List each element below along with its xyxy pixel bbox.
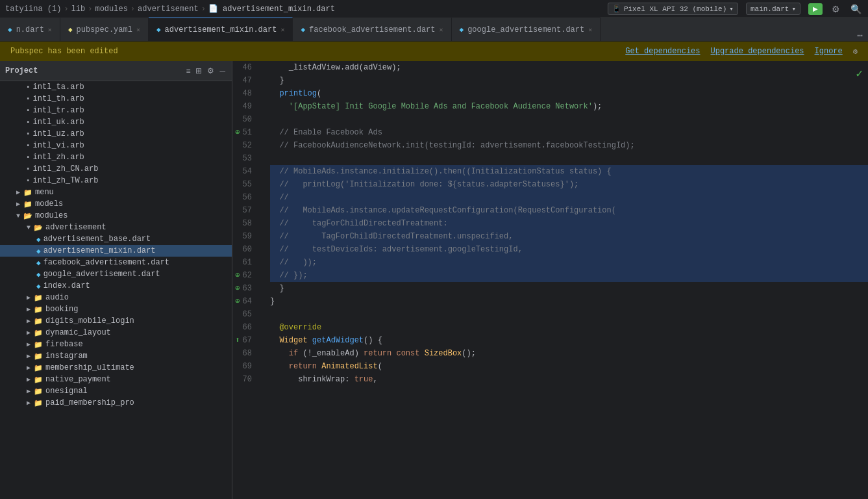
bookmark-icon-64: ⊕ — [235, 295, 240, 308]
expand-all-icon[interactable]: ⊞ — [194, 65, 203, 77]
close-icon[interactable]: ✕ — [48, 26, 52, 34]
code-editor[interactable]: 46 47 48 49 50 ⊕ 51 52 53 54 55 56 57 58… — [232, 61, 868, 499]
folder-name: advertisement — [45, 223, 106, 232]
sidebar-item-intl-zh-tw[interactable]: ▪ intl_zh_TW.arb — [0, 175, 232, 186]
folder-icon: 📁 — [34, 387, 43, 396]
device-selector[interactable]: 📱 Pixel XL API 32 (mobile) ▾ — [608, 3, 738, 15]
chevron-right-icon: ▶ — [23, 352, 34, 360]
tab-google-advertisement[interactable]: ◆ google_advertisement.dart ✕ — [452, 18, 601, 41]
close-icon-google[interactable]: ✕ — [588, 26, 592, 34]
arb-icon: ▪ — [26, 130, 31, 138]
sidebar-header: Project ≡ ⊞ ⚙ ─ — [0, 61, 232, 81]
breadcrumb-file[interactable]: 📄 advertisement_mixin.dart — [208, 4, 335, 14]
collapse-all-icon[interactable]: ≡ — [184, 65, 192, 77]
close-icon-fb[interactable]: ✕ — [440, 26, 443, 34]
sidebar-item-modules[interactable]: ▼ 📂 modules — [0, 210, 232, 222]
folder-name: native_payment — [45, 375, 111, 384]
tab-overflow[interactable]: ⋯ — [852, 30, 868, 41]
gutter-52: 52 — [232, 139, 257, 152]
gutter-55: 55 — [232, 178, 257, 191]
sidebar-item-instagram[interactable]: ▶ 📁 instagram — [0, 350, 232, 362]
sidebar-item-digits-mobile-login[interactable]: ▶ 📁 digits_mobile_login — [0, 315, 232, 327]
sidebar-item-menu[interactable]: ▶ 📁 menu — [0, 186, 232, 198]
ignore-button[interactable]: Ignore — [815, 47, 843, 56]
close-icon-pubspec[interactable]: ✕ — [136, 26, 140, 34]
tab-n-dart[interactable]: ◆ n.dart ✕ — [0, 18, 60, 41]
sidebar-item-facebook-advertisement[interactable]: ◆ facebook_advertisement.dart — [0, 257, 232, 268]
settings-notif-icon[interactable]: ⚙ — [853, 47, 858, 57]
sidebar: Project ≡ ⊞ ⚙ ─ ▪ intl_ta.arb ▪ intl_th.… — [0, 61, 232, 499]
folder-name: dynamic_layout — [45, 328, 111, 337]
gutter-62: ⊕ 62 — [232, 269, 257, 282]
sidebar-settings-icon[interactable]: ⚙ — [206, 65, 216, 77]
close-icon-active[interactable]: ✕ — [280, 26, 284, 34]
folder-icon: 📁 — [34, 329, 43, 337]
sidebar-item-firebase[interactable]: ▶ 📁 firebase — [0, 339, 232, 350]
sidebar-item-dynamic-layout[interactable]: ▶ 📁 dynamic_layout — [0, 327, 232, 339]
arb-icon: ▪ — [26, 153, 31, 161]
main-dart-selector[interactable]: main.dart ▾ — [746, 3, 800, 15]
chevron-right-icon: ▶ — [23, 364, 34, 372]
sidebar-item-advertisement-mixin[interactable]: ◆ advertisement_mixin.dart — [0, 245, 232, 257]
code-line-63: } — [270, 282, 868, 295]
tab-facebook-advertisement[interactable]: ◆ facebook_advertisement.dart ✕ — [293, 18, 451, 41]
breadcrumb-modules[interactable]: modules — [95, 5, 127, 14]
chevron-down-icon: ▾ — [729, 5, 734, 13]
arb-icon: ▪ — [26, 118, 31, 126]
sidebar-item-native-payment[interactable]: ▶ 📁 native_payment — [0, 374, 232, 385]
gutter-58: 58 — [232, 217, 257, 230]
sidebar-item-index-dart[interactable]: ◆ index.dart — [0, 280, 232, 292]
folder-icon: 📁 — [34, 305, 43, 314]
tab-pubspec[interactable]: ◆ pubspec.yaml ✕ — [60, 18, 149, 41]
dart-file-icon: ◆ — [36, 270, 41, 279]
breadcrumb-advertisement[interactable]: advertisement — [138, 5, 199, 14]
tab-advertisement-mixin[interactable]: ◆ advertisement_mixin.dart ✕ — [149, 18, 293, 41]
sidebar-item-intl-ta[interactable]: ▪ intl_ta.arb — [0, 81, 232, 93]
sidebar-item-onesignal[interactable]: ▶ 📁 onesignal — [0, 385, 232, 397]
sidebar-item-audio[interactable]: ▶ 📁 audio — [0, 292, 232, 303]
gutter-50: 50 — [232, 113, 257, 126]
sidebar-item-intl-vi[interactable]: ▪ intl_vi.arb — [0, 140, 232, 151]
dart-file-icon: ◆ — [36, 259, 41, 267]
file-name: intl_zh_TW.arb — [33, 176, 99, 185]
sidebar-item-membership-ultimate[interactable]: ▶ 📁 membership_ultimate — [0, 362, 232, 374]
file-name: intl_uz.arb — [33, 129, 84, 138]
tab-label-google: google_advertisement.dart — [467, 25, 584, 34]
breadcrumb-project[interactable]: tatyiina (1) — [5, 5, 61, 14]
sidebar-item-booking[interactable]: ▶ 📁 booking — [0, 303, 232, 315]
arb-icon: ▪ — [26, 83, 31, 91]
code-area: 46 47 48 49 50 ⊕ 51 52 53 54 55 56 57 58… — [232, 61, 868, 499]
file-name: advertisement_mixin.dart — [43, 246, 156, 255]
code-line-67: Widget getAdWidget() { — [270, 334, 868, 347]
sidebar-item-google-advertisement[interactable]: ◆ google_advertisement.dart — [0, 268, 232, 280]
gutter-60: 60 — [232, 243, 257, 256]
gutter-47: 47 — [232, 74, 257, 87]
sidebar-item-advertisement-base[interactable]: ◆ advertisement_base.dart — [0, 233, 232, 245]
sidebar-item-paid-membership-pro[interactable]: ▶ 📁 paid_membership_pro — [0, 397, 232, 409]
sidebar-item-advertisement[interactable]: ▼ 📂 advertisement — [0, 222, 232, 233]
arb-icon: ▪ — [26, 177, 31, 185]
sidebar-minimize-icon[interactable]: ─ — [218, 65, 227, 77]
code-line-49: '[AppState] Init Google Mobile Ads and F… — [270, 100, 868, 113]
sidebar-item-intl-th[interactable]: ▪ intl_th.arb — [0, 93, 232, 105]
run-button[interactable]: ▶ — [808, 3, 823, 15]
code-line-66: @override — [270, 321, 868, 334]
sidebar-item-intl-zh-cn[interactable]: ▪ intl_zh_CN.arb — [0, 163, 232, 175]
file-name: facebook_advertisement.dart — [43, 258, 169, 267]
top-bar: tatyiina (1) › lib › modules › advertise… — [0, 0, 868, 18]
code-line-51: // Enable Facebook Ads — [270, 126, 868, 139]
sidebar-item-intl-uz[interactable]: ▪ intl_uz.arb — [0, 128, 232, 140]
code-line-47: } — [270, 74, 868, 87]
breadcrumb-lib[interactable]: lib — [71, 5, 86, 14]
sidebar-item-models[interactable]: ▶ 📁 models — [0, 198, 232, 210]
get-dependencies-button[interactable]: Get dependencies — [625, 47, 700, 56]
folder-open-icon: 📂 — [23, 212, 32, 220]
sidebar-item-intl-zh[interactable]: ▪ intl_zh.arb — [0, 151, 232, 163]
sidebar-item-intl-tr[interactable]: ▪ intl_tr.arb — [0, 105, 232, 116]
sidebar-item-intl-uk[interactable]: ▪ intl_uk.arb — [0, 116, 232, 128]
search-icon[interactable]: 🔍 — [849, 3, 863, 16]
checkmark-icon: ✓ — [856, 66, 863, 81]
file-name: intl_vi.arb — [33, 141, 84, 150]
settings-icon[interactable]: ⚙ — [830, 3, 841, 16]
upgrade-dependencies-button[interactable]: Upgrade dependencies — [711, 47, 804, 56]
